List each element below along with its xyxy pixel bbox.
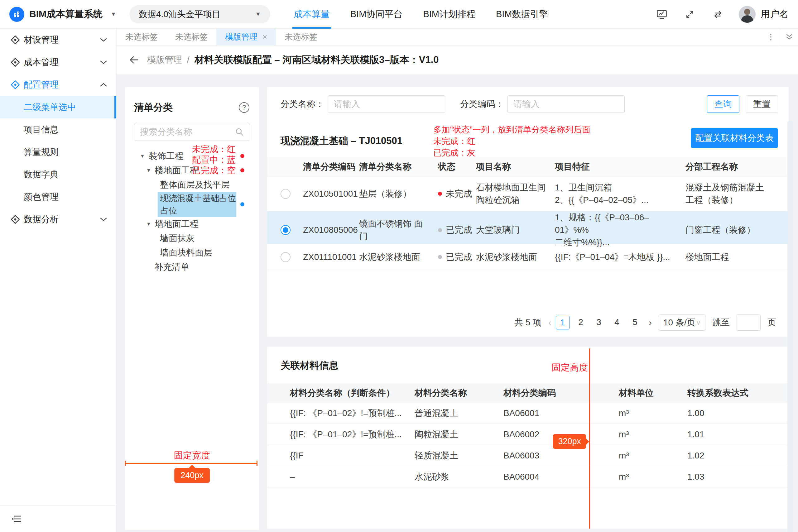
- fixed-width-annotation: 固定宽度: [125, 450, 259, 462]
- filter-row: 分类名称： 分类编码： 查询 重置: [267, 87, 788, 113]
- tab-unselected-1[interactable]: 未选标签: [117, 29, 167, 45]
- tree-panel-header: 清单分类 ?: [125, 87, 259, 114]
- tree-search-box: [134, 123, 250, 141]
- double-chevron-down-icon[interactable]: [780, 29, 798, 45]
- status-dot-gray: [438, 228, 442, 232]
- tree-node-selected-wrap[interactable]: 现浇混凝土基础占位占位: [125, 192, 259, 217]
- username-label[interactable]: 用户名: [761, 8, 788, 21]
- material-table-header: 材料分类名称（判断条件） 材料分类名称 材料分类编码 材料单位 转换系数表达式: [267, 383, 788, 403]
- material-row[interactable]: {{IF: 《P–01–02》!=预制桩... 陶粒混凝土 BA06002 m³…: [267, 424, 788, 445]
- reset-button[interactable]: 重置: [746, 95, 778, 113]
- material-row[interactable]: {{IF 轻质混凝土 BA06003 m³ 1.02: [267, 445, 788, 466]
- table-row[interactable]: ZX011101001 水泥砂浆楼地面 已完成 水泥砂浆楼地面 {{IF:《P–…: [267, 244, 788, 270]
- tree-node-wall-floor-works[interactable]: ▼ 墙地面工程: [125, 217, 259, 231]
- page-1[interactable]: 1: [556, 316, 570, 329]
- tab-unselected-3[interactable]: 未选标签: [276, 29, 326, 45]
- cell-status: 已完成: [438, 251, 476, 263]
- sidebar-item-config-management[interactable]: 配置管理: [0, 74, 116, 96]
- sidebar-item-project-info[interactable]: 项目信息: [0, 118, 116, 141]
- collapse-sidebar-icon[interactable]: [11, 514, 22, 524]
- nav-item-bim-schedule[interactable]: BIM计划排程: [413, 0, 486, 29]
- tree-node-list: 未完成：红 配置中：蓝 已完成：空 ▼ 装饰工程 ▼ 楼地面工程: [125, 149, 259, 274]
- cell-factor: 1.01: [687, 430, 779, 439]
- cell-condition: {{IF: [290, 451, 415, 461]
- sidebar-item-label: 数据分析: [24, 213, 59, 225]
- cell-feature: 1、卫生间沉箱2、{{《P–04–02–05》...: [555, 182, 685, 206]
- material-row[interactable]: – 水泥砂浆 BA06004 m³ 1.03: [267, 466, 788, 488]
- caret-down-icon[interactable]: ▼: [146, 221, 151, 227]
- more-options-icon[interactable]: ⋮: [762, 29, 780, 45]
- next-page-icon[interactable]: ›: [649, 317, 652, 328]
- nav-item-cost[interactable]: 成本算量: [283, 0, 340, 29]
- category-name-input[interactable]: [328, 95, 445, 113]
- page-4[interactable]: 4: [610, 316, 624, 329]
- tree-node-selected[interactable]: 现浇混凝土基础占位占位: [158, 192, 236, 217]
- breadcrumb-parent[interactable]: 模版管理: [147, 54, 182, 66]
- cell-material-unit: m³: [619, 451, 687, 461]
- diamond-icon: [10, 57, 21, 68]
- diamond-icon: [10, 79, 21, 90]
- breadcrumb-separator: /: [187, 55, 190, 65]
- cell-project: 水泥砂浆楼地面: [476, 251, 555, 263]
- radio-button-checked[interactable]: [281, 225, 290, 235]
- col-section-name: 分部工程名称: [685, 161, 779, 173]
- cell-condition: {{IF: 《P–01–02》!=预制桩...: [290, 407, 415, 419]
- jump-page-input[interactable]: [737, 315, 761, 331]
- status-dot-red: [240, 168, 244, 172]
- radio-button[interactable]: [281, 189, 290, 199]
- help-icon[interactable]: ?: [239, 102, 249, 113]
- sidebar-item-data-dictionary[interactable]: 数据字典: [0, 163, 116, 186]
- sidebar-item-material-equipment[interactable]: 材设管理: [0, 29, 116, 51]
- diamond-icon: [10, 35, 21, 45]
- page-size-select[interactable]: 10 条/页 ∨: [659, 315, 705, 331]
- scrollbar[interactable]: [787, 120, 793, 532]
- tab-unselected-2[interactable]: 未选标签: [167, 29, 216, 45]
- cell-project: 大堂玻璃门: [476, 224, 555, 236]
- tree-node-wall-plaster[interactable]: 墙面抹灰: [125, 231, 259, 246]
- tab-template-management[interactable]: 模版管理 ×: [216, 29, 276, 45]
- caret-down-icon[interactable]: ▼: [140, 153, 145, 159]
- status-column-annotation: 多加“状态”一列，放到清单分类名称列后面 未完成：红 已完成：灰: [433, 124, 590, 159]
- app-switcher-caret-icon[interactable]: ▼: [111, 11, 116, 17]
- project-selector-value: 数据4.0汕头金平项目: [139, 8, 221, 20]
- height-measure-line: [589, 348, 590, 529]
- tree-node-supplementary-list[interactable]: 补充清单: [125, 260, 259, 274]
- query-button[interactable]: 查询: [707, 95, 739, 113]
- page-2[interactable]: 2: [574, 316, 588, 329]
- page-3[interactable]: 3: [592, 316, 606, 329]
- material-row[interactable]: {{IF: 《P–01–02》!=预制桩... 普通混凝土 BA06001 m³…: [267, 403, 788, 424]
- tree-node-wall-block-surface[interactable]: 墙面块料面层: [125, 246, 259, 260]
- user-avatar[interactable]: [739, 6, 756, 23]
- monitor-chart-icon[interactable]: [656, 8, 668, 20]
- sidebar-item-secondary-selected[interactable]: 二级菜单选中: [0, 96, 116, 118]
- col-status: 状态: [438, 161, 476, 173]
- nav-item-bim-collab[interactable]: BIM协同平台: [340, 0, 413, 29]
- sidebar-item-data-analysis[interactable]: 数据分析: [0, 208, 116, 231]
- tree-node-overall-surface[interactable]: 整体面层及找平层: [125, 178, 259, 192]
- sidebar-item-cost-management[interactable]: 成本管理: [0, 51, 116, 74]
- nav-item-bim-data[interactable]: BIM数据引擎: [486, 0, 558, 29]
- project-selector[interactable]: 数据4.0汕头金平项目 ▼: [129, 5, 270, 23]
- cell-material-code: BA06001: [504, 408, 619, 418]
- swap-refresh-icon[interactable]: [712, 8, 724, 20]
- tree-search-input[interactable]: [140, 127, 235, 137]
- table-row[interactable]: ZX010501001 垫层（装修） 未完成 石材楼地面卫生间陶粒砼沉箱 1、卫…: [267, 176, 788, 211]
- configure-material-table-button[interactable]: 配置关联材料分类表: [691, 128, 778, 148]
- cell-code: ZX010501001: [303, 188, 359, 200]
- cell-material-name: 水泥砂浆: [415, 471, 504, 483]
- status-dot-gray: [438, 255, 442, 259]
- jump-label: 跳至: [712, 317, 730, 328]
- search-icon[interactable]: [235, 127, 244, 136]
- back-arrow-icon[interactable]: [129, 54, 140, 65]
- prev-page-icon[interactable]: ‹: [548, 317, 551, 328]
- page-5[interactable]: 5: [628, 316, 642, 329]
- close-icon[interactable]: ×: [263, 32, 267, 42]
- table-row-selected[interactable]: ZX010805006 镜面不锈钢饰 面门 已完成 大堂玻璃门 1、规格：{{《…: [267, 211, 788, 244]
- category-code-input[interactable]: [508, 95, 625, 113]
- sidebar-item-quantity-rules[interactable]: 算量规则: [0, 141, 116, 163]
- radio-button[interactable]: [281, 252, 290, 262]
- fullscreen-icon[interactable]: [684, 8, 696, 20]
- sidebar-item-color-management[interactable]: 颜色管理: [0, 186, 116, 208]
- caret-down-icon[interactable]: ▼: [146, 168, 151, 173]
- chevron-down-icon: ▼: [255, 11, 261, 17]
